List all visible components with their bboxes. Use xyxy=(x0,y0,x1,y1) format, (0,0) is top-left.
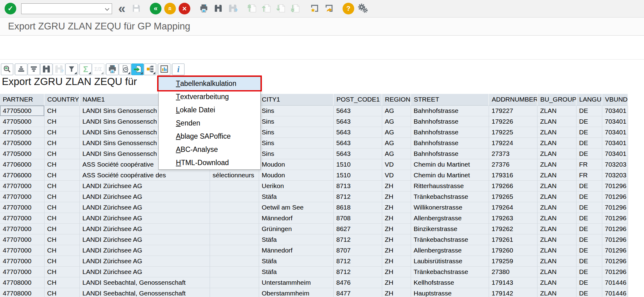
cell[interactable]: CH xyxy=(44,256,80,266)
cell[interactable]: Moudon xyxy=(259,159,333,170)
cell[interactable]: 8708 xyxy=(333,213,382,223)
cell[interactable]: Sins xyxy=(259,137,333,148)
cell[interactable]: Ritterhausstrasse xyxy=(411,180,489,191)
cell[interactable]: 179260 xyxy=(489,245,537,256)
cell[interactable]: 701296 xyxy=(602,245,628,256)
cell[interactable]: DE xyxy=(576,234,602,245)
cell[interactable]: Oetwil am See xyxy=(259,202,333,213)
cell[interactable]: 8712 xyxy=(333,266,382,277)
export-button[interactable] xyxy=(131,64,144,75)
cell[interactable]: LANDI Seebachtal, Genossenschaft xyxy=(80,277,210,288)
cell[interactable]: ZH xyxy=(382,245,411,256)
cell[interactable]: FR xyxy=(576,170,602,180)
cell[interactable]: Sins xyxy=(259,148,333,159)
cell[interactable]: Bahnhofstrasse xyxy=(411,105,489,116)
cell[interactable]: ZLAN xyxy=(537,127,576,137)
cell[interactable]: Oberstammheim xyxy=(259,288,333,297)
cell[interactable]: 27380 xyxy=(489,266,537,277)
cell[interactable]: CH xyxy=(44,116,80,127)
cell[interactable]: CH xyxy=(44,148,80,159)
cell[interactable]: 8713 xyxy=(333,180,382,191)
cell[interactable]: ZLAN xyxy=(537,159,576,170)
create-shortcut-button[interactable] xyxy=(322,2,336,16)
cell[interactable]: sélectionneurs xyxy=(210,170,259,180)
save-button[interactable] xyxy=(130,2,143,16)
cell[interactable] xyxy=(210,180,259,191)
cell[interactable]: CH xyxy=(44,223,80,234)
print-button[interactable] xyxy=(197,2,211,16)
cell[interactable]: 179259 xyxy=(489,256,537,266)
cell[interactable]: 5643 xyxy=(333,127,382,137)
cell[interactable]: 47707000 xyxy=(0,223,44,234)
cell[interactable]: 701446 xyxy=(602,277,628,288)
cell[interactable]: 703401 xyxy=(602,148,628,159)
cell[interactable]: 179265 xyxy=(489,191,537,202)
cell[interactable]: Allenbergstrasse xyxy=(411,213,489,223)
cell[interactable]: 8712 xyxy=(333,234,382,245)
cell[interactable]: 701296 xyxy=(602,256,628,266)
cell[interactable]: ZLAN xyxy=(537,213,576,223)
cell[interactable]: 179262 xyxy=(489,223,537,234)
column-header-REGION[interactable]: REGION xyxy=(382,94,411,105)
cell[interactable]: 5643 xyxy=(333,148,382,159)
cell[interactable]: Tränkebachstrasse xyxy=(411,266,489,277)
cell[interactable]: 47706000 xyxy=(0,159,44,170)
cell[interactable]: Bahnhofstrasse xyxy=(411,137,489,148)
cell[interactable]: Stäfa xyxy=(259,266,333,277)
cell[interactable]: 703401 xyxy=(602,127,628,137)
cell[interactable]: Laubisrütistrasse xyxy=(411,256,489,266)
cell[interactable]: AG xyxy=(382,105,411,116)
cell[interactable]: CH xyxy=(44,288,80,297)
menu-item-senden[interactable]: Senden xyxy=(159,117,260,130)
cell[interactable]: 47707000 xyxy=(0,234,44,245)
cell[interactable]: VD xyxy=(382,159,411,170)
cell[interactable]: Stäfa xyxy=(259,191,333,202)
page-up-button[interactable] xyxy=(260,2,273,16)
cell[interactable]: ZLAN xyxy=(537,148,576,159)
cell[interactable]: 47705000 xyxy=(0,116,44,127)
cell[interactable]: LANDI Zürichsee AG xyxy=(80,213,210,223)
column-header-STREET[interactable]: STREET xyxy=(411,94,489,105)
cell[interactable]: 47707000 xyxy=(0,213,44,223)
cell[interactable]: Bahnhofstrasse xyxy=(411,116,489,127)
cell[interactable]: Stäfa xyxy=(259,256,333,266)
cell[interactable]: Stäfa xyxy=(259,234,333,245)
cell[interactable]: 179225 xyxy=(489,127,537,137)
sort-ascending-button[interactable] xyxy=(15,64,27,75)
cell[interactable]: CH xyxy=(44,159,80,170)
cell[interactable]: Bahnhofstrasse xyxy=(411,127,489,137)
graphic-button[interactable] xyxy=(158,64,170,75)
cell[interactable] xyxy=(210,277,259,288)
cell[interactable]: Tränkebachstrasse xyxy=(411,191,489,202)
cell[interactable]: CH xyxy=(44,127,80,137)
cell[interactable]: 179226 xyxy=(489,116,537,127)
details-button[interactable] xyxy=(1,64,13,75)
cell[interactable]: ZLAN xyxy=(537,202,576,213)
cell[interactable] xyxy=(210,234,259,245)
cell[interactable]: 47707000 xyxy=(0,202,44,213)
cell[interactable]: 47707000 xyxy=(0,180,44,191)
menu-item-ablage-sapoffice[interactable]: Ablage SAPoffice xyxy=(159,130,260,143)
cell[interactable]: 8627 xyxy=(333,223,382,234)
cell[interactable]: ZLAN xyxy=(537,191,576,202)
cell[interactable]: 47706000 xyxy=(0,170,44,180)
cell[interactable]: ZH xyxy=(382,213,411,223)
cell[interactable]: Kellhofstrasse xyxy=(411,277,489,288)
cell[interactable]: ZLAN xyxy=(537,288,576,297)
stop-button[interactable]: ✕ xyxy=(178,2,191,16)
cancel-button[interactable]: « xyxy=(163,2,177,16)
cell[interactable]: 47708000 xyxy=(0,277,44,288)
cell[interactable]: AG xyxy=(382,127,411,137)
cell[interactable]: 703203 xyxy=(602,159,628,170)
cell[interactable]: 5643 xyxy=(333,105,382,116)
page-down-button[interactable] xyxy=(274,2,288,16)
cell[interactable]: CH xyxy=(44,170,80,180)
first-page-button[interactable] xyxy=(245,2,259,16)
cell[interactable]: Binzikerstrasse xyxy=(411,223,489,234)
cell[interactable]: 27376 xyxy=(489,159,537,170)
cell[interactable]: 47707000 xyxy=(0,256,44,266)
customize-layout-button[interactable] xyxy=(356,2,370,16)
cell[interactable]: ZH xyxy=(382,191,411,202)
cell[interactable]: 5643 xyxy=(333,116,382,127)
info-button[interactable]: i xyxy=(172,64,184,75)
